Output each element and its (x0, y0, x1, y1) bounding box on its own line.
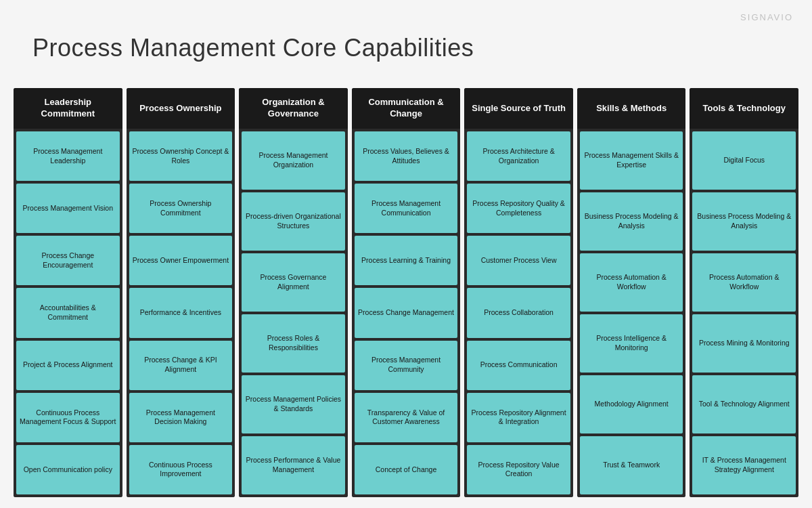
cell-item: Process Automation & Workflow (580, 253, 683, 312)
cell-item: Process Intelligence & Monitoring (580, 314, 683, 373)
cell-item: Process Architecture & Organization (467, 131, 570, 181)
cell-label: Process Architecture & Organization (470, 147, 568, 165)
cell-item: Project & Process Alignment (16, 341, 120, 390)
cell-label: Process Repository Value Creation (470, 461, 568, 479)
column-tools: Tools & TechnologyDigital FocusBusiness … (690, 88, 798, 497)
cell-label: Process Change Encouragement (19, 251, 117, 270)
cell-label: Open Communication policy (24, 465, 112, 475)
cell-label: Process Ownership Commitment (132, 199, 230, 217)
column-header-communication: Communication & Change (352, 88, 461, 129)
cell-item: Process Performance & Value Management (242, 436, 345, 494)
cell-label: Accountabilities & Commitment (19, 303, 117, 322)
column-body-skills: Process Management Skills & ExpertiseBus… (577, 129, 686, 497)
cell-item: Process Ownership Commitment (129, 184, 233, 233)
column-header-ownership: Process Ownership (127, 88, 235, 129)
cell-item: Process Management Skills & Expertise (580, 131, 683, 190)
column-header-tools: Tools & Technology (690, 88, 798, 129)
column-body-leadership: Process Management LeadershipProcess Man… (14, 129, 122, 497)
cell-label: Process Management Leadership (19, 147, 117, 165)
cell-label: Process Communication (480, 360, 558, 370)
cell-item: Methodology Alignment (580, 375, 683, 433)
column-header-skills: Skills & Methods (577, 88, 686, 129)
cell-item: Process Repository Alignment & Integrati… (467, 393, 570, 442)
cell-label: Process Management Policies & Standards (244, 395, 342, 413)
cell-label: Process Management Skills & Expertise (583, 151, 681, 169)
cell-item: Accountabilities & Commitment (16, 288, 120, 337)
cell-label: Transparency & Value of Customer Awarene… (357, 408, 455, 427)
cell-label: Customer Process View (481, 256, 557, 266)
cell-item: Process Ownership Concept & Roles (129, 131, 233, 181)
cell-item: Process Management Vision (16, 184, 120, 233)
cell-item: Business Process Modeling & Analysis (692, 192, 796, 251)
column-header-truth: Single Source of Truth (464, 88, 573, 129)
cell-item: Process Repository Value Creation (467, 445, 570, 494)
column-governance: Organization & GovernanceProcess Managem… (239, 88, 348, 497)
cell-item: Process Change & KPI Alignment (129, 341, 233, 390)
column-body-communication: Process Values, Believes & AttitudesProc… (352, 129, 461, 497)
cell-item: Tool & Technology Alignment (692, 375, 796, 433)
column-skills: Skills & MethodsProcess Management Skill… (577, 88, 686, 497)
cell-label: IT & Process Management Strategy Alignme… (695, 456, 793, 474)
cell-item: Digital Focus (692, 131, 796, 190)
cell-label: Process Learning & Training (361, 256, 451, 266)
cell-item: Process Automation & Workflow (692, 253, 796, 312)
cell-label: Concept of Change (376, 465, 436, 475)
cell-item: Process Owner Empowerment (129, 236, 233, 285)
cell-item: Process Governance Alignment (242, 253, 345, 312)
cell-label: Process Change & KPI Alignment (132, 356, 230, 374)
cell-item: Open Communication policy (16, 445, 120, 494)
column-ownership: Process OwnershipProcess Ownership Conce… (127, 88, 235, 497)
cell-label: Methodology Alignment (595, 400, 669, 409)
cell-item: Concept of Change (355, 445, 458, 494)
cell-item: Process Management Organization (242, 131, 345, 190)
cell-label: Digital Focus (723, 156, 765, 165)
cell-item: IT & Process Management Strategy Alignme… (692, 436, 796, 494)
cell-label: Process Change Management (358, 308, 454, 318)
cell-label: Process-driven Organizational Structures (244, 212, 342, 230)
cell-item: Process Roles & Responsibilities (242, 314, 345, 373)
column-leadership: Leadership CommitmentProcess Management … (14, 88, 122, 497)
cell-item: Process Values, Believes & Attitudes (355, 131, 458, 181)
cell-item: Process Communication (467, 341, 570, 390)
column-body-truth: Process Architecture & OrganizationProce… (464, 129, 573, 497)
cell-label: Tool & Technology Alignment (699, 400, 790, 409)
cell-label: Continuous Process Management Focus & Su… (19, 408, 117, 427)
cell-item: Process Repository Quality & Completenes… (467, 184, 570, 233)
cell-label: Process Automation & Workflow (583, 273, 681, 291)
cell-item: Process Management Communication (355, 184, 458, 233)
cell-label: Business Process Modeling & Analysis (695, 212, 793, 230)
cell-label: Process Ownership Concept & Roles (132, 147, 230, 165)
cell-item: Process Management Community (355, 341, 458, 390)
cell-label: Process Intelligence & Monitoring (583, 334, 681, 352)
column-communication: Communication & ChangeProcess Values, Be… (352, 88, 461, 497)
cell-label: Process Mining & Monitoring (699, 339, 790, 348)
cell-label: Process Management Organization (244, 151, 342, 169)
column-body-governance: Process Management OrganizationProcess-d… (239, 129, 348, 497)
cell-label: Continuous Process Improvement (132, 461, 230, 479)
cell-item: Process Collaboration (467, 288, 570, 337)
cell-label: Process Collaboration (484, 308, 554, 318)
cell-item: Process Change Encouragement (16, 236, 120, 285)
cell-item: Process-driven Organizational Structures (242, 192, 345, 251)
cell-label: Process Management Community (357, 356, 455, 374)
cell-label: Process Repository Quality & Completenes… (470, 199, 568, 217)
cell-item: Business Process Modeling & Analysis (580, 192, 683, 251)
column-header-governance: Organization & Governance (239, 88, 348, 129)
cell-label: Process Values, Believes & Attitudes (357, 147, 455, 165)
cell-label: Process Governance Alignment (244, 273, 342, 291)
cell-label: Performance & Incentives (140, 308, 221, 318)
cell-item: Process Management Leadership (16, 131, 120, 181)
cell-label: Project & Process Alignment (23, 360, 112, 370)
cell-label: Process Management Decision Making (132, 408, 230, 427)
cell-item: Continuous Process Improvement (129, 445, 233, 494)
column-body-tools: Digital FocusBusiness Process Modeling &… (690, 129, 798, 497)
cell-label: Process Automation & Workflow (695, 273, 793, 291)
cell-item: Process Learning & Training (355, 236, 458, 285)
cell-item: Continuous Process Management Focus & Su… (16, 393, 120, 442)
cell-label: Process Management Vision (23, 204, 113, 213)
cell-item: Process Mining & Monitoring (692, 314, 796, 373)
cell-label: Process Performance & Value Management (244, 456, 342, 474)
cell-item: Customer Process View (467, 236, 570, 285)
cell-item: Trust & Teamwork (580, 436, 683, 494)
cell-label: Process Roles & Responsibilities (244, 334, 342, 352)
